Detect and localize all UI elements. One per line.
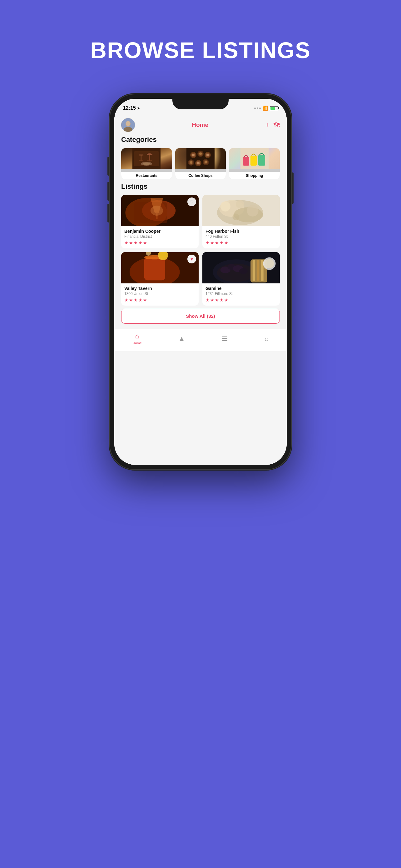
listing-name-2: Fog Harbor Fish xyxy=(205,229,277,234)
svg-point-23 xyxy=(206,154,209,156)
svg-point-11 xyxy=(147,160,152,161)
phone-shell: 12:15 ➤ 📶 xyxy=(110,94,291,469)
phone-mockup: 12:15 ➤ 📶 xyxy=(110,94,291,469)
listing-fog-harbor[interactable]: Fog Harbor Fish 440 Fulton St ★ ★ ★ ★ ★ xyxy=(202,195,280,248)
wifi-icon: 📶 xyxy=(263,105,268,111)
listing-image-3 xyxy=(121,252,199,283)
svg-point-8 xyxy=(139,160,143,161)
svg-point-17 xyxy=(192,154,195,156)
listing-stars-2: ★ ★ ★ ★ ★ xyxy=(205,240,277,245)
status-time: 12:15 ➤ xyxy=(123,105,140,111)
svg-point-48 xyxy=(221,202,231,212)
avatar[interactable] xyxy=(121,118,135,132)
svg-point-49 xyxy=(236,200,244,208)
listings-title: Listings xyxy=(121,183,280,191)
category-shopping-label: Shopping xyxy=(229,172,280,179)
header-icons: + 🗺 xyxy=(265,121,280,129)
categories-row: Restaurants xyxy=(121,148,280,179)
listing-valley-tavern[interactable]: ♥ Valley Tavern 1300 Union St ★ ★ ★ xyxy=(121,252,199,306)
listing-address-1: Financial District xyxy=(124,234,196,239)
svg-point-20 xyxy=(199,153,202,155)
listing-info-4: Gamine 1231 Fillmore St ★ ★ ★ ★ ★ xyxy=(202,283,280,306)
search-icon: ⌕ xyxy=(265,335,269,343)
show-all-button[interactable]: Show All (32) xyxy=(121,309,280,324)
svg-rect-54 xyxy=(144,257,165,280)
listing-benjamin-cooper[interactable]: ♡ Benjamin Cooper Financial District ★ ★… xyxy=(121,195,199,248)
svg-rect-10 xyxy=(149,154,150,161)
categories-section: Categories xyxy=(114,135,287,179)
app-content: Home + 🗺 Categories xyxy=(114,114,287,465)
category-restaurants-label: Restaurants xyxy=(121,172,172,179)
battery-icon xyxy=(270,106,278,110)
category-restaurants[interactable]: Restaurants xyxy=(121,148,172,179)
add-button[interactable]: + xyxy=(265,121,269,129)
bottom-navigation: ⌂ Home ▲ ☰ ⌕ xyxy=(114,329,287,351)
favorite-btn-3[interactable]: ♥ xyxy=(188,255,196,264)
listing-image-4 xyxy=(202,252,280,283)
favorite-btn-1[interactable]: ♡ xyxy=(188,197,196,206)
map-icon[interactable]: 🗺 xyxy=(274,122,280,129)
svg-point-65 xyxy=(239,268,248,274)
heart-icon-3: ♥ xyxy=(191,256,193,261)
listing-stars-1: ★ ★ ★ ★ ★ xyxy=(124,240,196,245)
categories-icon: ▲ xyxy=(178,335,185,343)
header-title: Home xyxy=(192,122,208,128)
listing-address-3: 1300 Union St xyxy=(124,291,196,296)
heart-icon-1: ♡ xyxy=(190,199,194,204)
listing-image-2 xyxy=(202,195,280,226)
show-all-label: Show All (32) xyxy=(186,313,215,319)
listings-section: Listings xyxy=(114,183,287,306)
category-shopping[interactable]: Shopping xyxy=(229,148,280,179)
listing-gamine[interactable]: Gamine 1231 Fillmore St ★ ★ ★ ★ ★ xyxy=(202,252,280,306)
svg-point-13 xyxy=(143,162,150,165)
listing-image-1 xyxy=(121,195,199,226)
svg-rect-35 xyxy=(250,156,257,165)
coffee-image xyxy=(175,148,226,169)
nav-home-label: Home xyxy=(132,341,141,345)
home-icon: ⌂ xyxy=(135,332,139,340)
category-coffee-label: Coffee Shops xyxy=(175,172,226,179)
nav-home[interactable]: ⌂ Home xyxy=(132,332,141,345)
listing-info-1: Benjamin Cooper Financial District ★ ★ ★… xyxy=(121,226,199,248)
svg-rect-68 xyxy=(257,260,259,281)
page-title: BROWSE LISTINGS xyxy=(90,37,311,63)
listing-stars-3: ★ ★ ★ ★ ★ xyxy=(124,298,196,303)
listing-info-2: Fog Harbor Fish 440 Fulton St ★ ★ ★ ★ ★ xyxy=(202,226,280,248)
svg-point-26 xyxy=(190,161,192,164)
svg-point-57 xyxy=(159,252,167,259)
svg-point-29 xyxy=(197,162,200,164)
restaurants-image xyxy=(121,148,172,169)
shopping-image xyxy=(229,148,280,169)
notch xyxy=(172,99,229,110)
svg-point-51 xyxy=(233,213,239,220)
svg-point-43 xyxy=(151,206,163,216)
nav-search[interactable]: ⌕ xyxy=(265,335,269,343)
svg-point-32 xyxy=(205,161,207,163)
location-arrow-icon: ➤ xyxy=(137,106,140,110)
listings-grid: ♡ Benjamin Cooper Financial District ★ ★… xyxy=(121,195,280,306)
app-header: Home + 🗺 xyxy=(114,114,287,135)
listing-address-2: 440 Fulton St xyxy=(205,234,277,239)
listing-address-4: 1231 Fillmore St xyxy=(205,291,277,296)
svg-rect-7 xyxy=(140,155,142,161)
listing-stars-4: ★ ★ ★ ★ ★ xyxy=(205,298,277,303)
listing-info-3: Valley Tavern 1300 Union St ★ ★ ★ ★ ★ xyxy=(121,283,199,306)
svg-point-50 xyxy=(247,205,259,217)
status-icons: 📶 xyxy=(254,105,278,111)
phone-screen: 12:15 ➤ 📶 xyxy=(114,99,287,465)
categories-title: Categories xyxy=(121,135,280,144)
svg-point-71 xyxy=(265,259,274,268)
svg-rect-67 xyxy=(253,260,255,281)
svg-point-3 xyxy=(126,121,130,126)
nav-categories[interactable]: ▲ xyxy=(178,335,185,343)
listing-name-4: Gamine xyxy=(205,286,277,291)
svg-rect-36 xyxy=(258,155,265,165)
listing-name-3: Valley Tavern xyxy=(124,286,196,291)
category-coffee-shops[interactable]: Coffee Shops xyxy=(175,148,226,179)
svg-rect-34 xyxy=(243,157,249,165)
messages-icon: ☰ xyxy=(222,335,228,343)
listing-name-1: Benjamin Cooper xyxy=(124,229,196,234)
nav-messages[interactable]: ☰ xyxy=(222,335,228,343)
signal-icon xyxy=(254,107,261,109)
